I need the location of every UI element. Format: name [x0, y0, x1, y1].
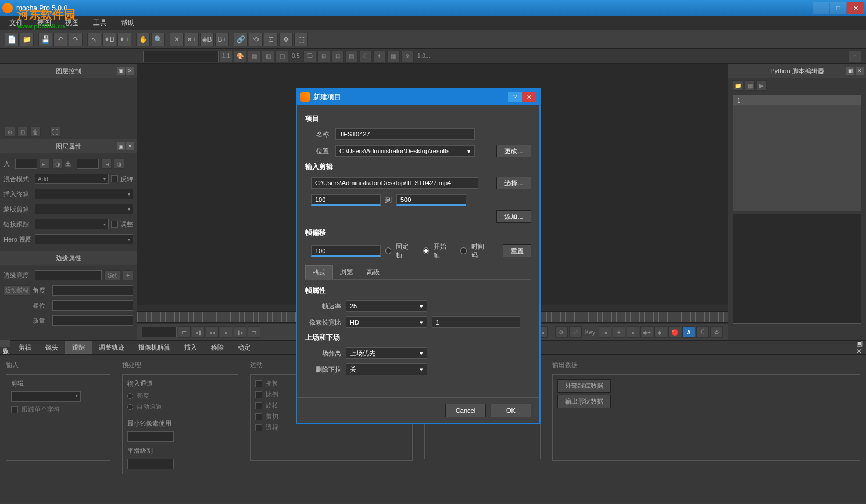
motion-blur-button[interactable]: 运动模糊 — [3, 285, 30, 296]
out-frame-input[interactable] — [396, 194, 466, 206]
layer-new-icon[interactable]: ⊕ — [5, 127, 15, 137]
loop-icon[interactable]: ⟳ — [555, 326, 568, 338]
link-combo[interactable] — [35, 219, 109, 229]
hand-icon[interactable]: ✋ — [136, 33, 150, 46]
set-button[interactable]: Set — [104, 270, 120, 280]
clip-selector[interactable] — [143, 51, 219, 62]
offset-input[interactable] — [311, 245, 381, 257]
new-icon[interactable]: 📄 — [5, 33, 19, 46]
edge-width-input[interactable] — [35, 270, 102, 280]
close-panel-icon[interactable]: ✕ — [126, 142, 134, 150]
rotate-checkbox[interactable] — [255, 402, 262, 409]
in-input[interactable] — [15, 159, 37, 169]
invert-checkbox[interactable] — [111, 175, 118, 182]
project-name-input[interactable] — [335, 128, 475, 140]
key-add-icon[interactable]: + — [613, 326, 625, 338]
tab-lens[interactable]: 镜头 — [38, 341, 65, 354]
step-back-icon[interactable]: ◂▮ — [192, 326, 205, 338]
start-radio[interactable] — [423, 247, 429, 254]
uberkey-icon[interactable]: Ü — [696, 326, 709, 338]
field-sep-combo[interactable]: 上场优先 — [346, 347, 427, 359]
location-combo[interactable]: C:\Users\Administrator\Desktop\results — [335, 145, 475, 157]
key-del-icon[interactable]: ◆- — [654, 326, 667, 338]
export-track-button[interactable]: 外部跟踪数据 — [557, 379, 611, 393]
quality-input[interactable] — [52, 315, 133, 326]
save-icon[interactable]: 💾 — [38, 33, 52, 46]
out-set-icon[interactable]: |◂ — [101, 159, 112, 169]
tab-clip[interactable]: 剪辑 — [12, 341, 38, 354]
clip-path-input[interactable] — [311, 177, 478, 189]
tab-stable[interactable]: 稳定 — [231, 341, 257, 354]
goto-end-icon[interactable]: ⊐ — [248, 326, 260, 338]
par-combo[interactable]: HD — [346, 316, 427, 328]
viewer-settings-icon[interactable]: ≡ — [849, 51, 861, 62]
edge-plus-icon[interactable]: + — [123, 270, 133, 280]
matte-combo[interactable] — [35, 204, 133, 214]
phase-input[interactable] — [52, 300, 133, 311]
ratio-btn[interactable]: 1:1 — [220, 51, 232, 62]
grid-icon[interactable]: ⊞ — [317, 51, 330, 62]
py-grid-icon[interactable]: ▦ — [745, 80, 755, 91]
adjust-checkbox[interactable] — [111, 221, 118, 228]
cancel-button[interactable]: Cancel — [445, 404, 486, 417]
play-back-icon[interactable]: ◂◂ — [206, 326, 219, 338]
brightness-icon[interactable]: ☀ — [373, 51, 386, 62]
dialog-titlebar[interactable]: 新建项目 ? ✕ — [297, 89, 539, 105]
move-icon[interactable]: ✥ — [279, 33, 293, 46]
tab-params[interactable]: 参数 — [0, 340, 10, 347]
open-icon[interactable]: 📁 — [20, 33, 34, 46]
blend-combo[interactable]: Add — [35, 174, 109, 184]
redo-icon[interactable]: ↷ — [69, 33, 83, 46]
undock-icon[interactable]: ▣ — [117, 67, 125, 75]
fixed-radio[interactable] — [385, 247, 391, 254]
min-pct-input[interactable] — [127, 431, 174, 442]
step-fwd-icon[interactable]: ▮▸ — [234, 326, 246, 338]
add-button[interactable]: 添加... — [496, 210, 531, 223]
rgb-icon[interactable]: ▦ — [248, 51, 260, 62]
xspline-plus-icon[interactable]: ✕+ — [185, 33, 199, 46]
in-frame-input[interactable] — [311, 194, 381, 206]
tab-remove[interactable]: 移除 — [204, 341, 231, 354]
stabilize-icon[interactable]: ▦ — [387, 51, 400, 62]
close-panel-icon[interactable]: ✕ — [126, 67, 134, 75]
menu-help[interactable]: 帮助 — [114, 18, 142, 28]
dialog-help-button[interactable]: ? — [508, 92, 522, 102]
key-all-icon[interactable]: ◆+ — [640, 326, 653, 338]
timecode-radio[interactable] — [460, 247, 466, 254]
monitor-icon[interactable]: 🖵 — [303, 51, 316, 62]
layer-icon[interactable]: ▤ — [345, 51, 358, 62]
luma-radio[interactable] — [127, 393, 133, 399]
track-single-checkbox[interactable] — [11, 406, 18, 413]
bspline-icon[interactable]: ◈B — [200, 33, 214, 46]
export-shape-button[interactable]: 输出形状数据 — [557, 395, 611, 408]
ok-button[interactable]: OK — [491, 404, 531, 417]
insert-combo[interactable] — [35, 189, 133, 199]
layer-delete-icon[interactable]: 🗑 — [30, 127, 41, 137]
rotate-icon[interactable]: ⟲ — [249, 33, 263, 46]
tab-track[interactable]: 跟踪 — [65, 341, 92, 354]
play-icon[interactable]: ▸ — [220, 326, 232, 338]
dialog-close-button[interactable]: ✕ — [522, 92, 536, 102]
autokey-icon[interactable]: 🔴 — [668, 326, 681, 338]
python-list[interactable]: 1 — [733, 95, 861, 211]
py-run-icon[interactable]: ▶ — [756, 80, 767, 91]
fps-combo[interactable]: 25 — [346, 300, 427, 312]
tab-preview[interactable]: 浏览 — [333, 265, 360, 279]
minimize-button[interactable]: — — [813, 2, 829, 14]
bezier-plus-icon[interactable]: ✦+ — [117, 33, 131, 46]
tab-format[interactable]: 格式 — [305, 265, 333, 279]
bounce-icon[interactable]: ⇄ — [569, 326, 582, 338]
guides-icon[interactable]: ⊡ — [331, 51, 344, 62]
clip-combo[interactable] — [11, 391, 81, 402]
py-open-icon[interactable]: 📁 — [733, 80, 743, 91]
manual-key-icon[interactable]: ✿ — [710, 326, 723, 338]
persp-checkbox[interactable] — [255, 424, 262, 431]
maximize-button[interactable]: □ — [830, 2, 846, 14]
goto-start-icon[interactable]: ⊏ — [178, 326, 191, 338]
scale-icon[interactable]: ⊡ — [264, 33, 278, 46]
scale-checkbox[interactable] — [255, 391, 262, 398]
par-num-input[interactable] — [432, 316, 520, 328]
bspline-plus-icon[interactable]: B+ — [215, 33, 229, 46]
menu-tools[interactable]: 工具 — [86, 18, 114, 28]
close-button[interactable]: ✕ — [847, 2, 864, 14]
